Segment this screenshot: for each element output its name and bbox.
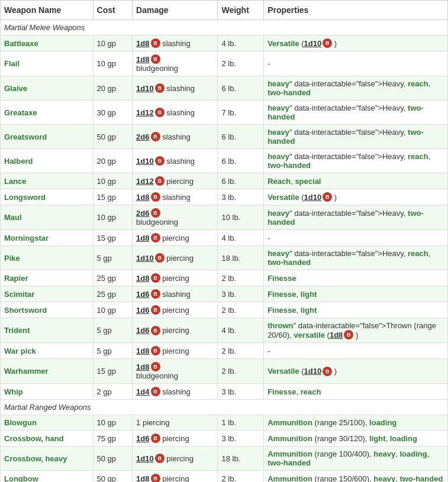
dice-link[interactable]: 1d12	[136, 177, 154, 186]
cost-cell: 2 gp	[93, 384, 133, 400]
dice-icon: B	[155, 454, 165, 463]
dice-link[interactable]: 1d8	[136, 363, 149, 371]
property-value: Finesse, reach	[267, 387, 321, 396]
properties-cell: Finesse	[264, 270, 448, 286]
dice-link[interactable]: 1d10	[136, 84, 154, 93]
dice-icon: B	[155, 253, 165, 263]
table-row: Blowgun 10 gp 1 piercing 1 lb. Ammunitio…	[1, 415, 448, 431]
damage-cell: 1d8Bbludgeoning	[133, 51, 218, 76]
dice-link[interactable]: 1d8	[136, 234, 149, 242]
cost-cell: 50 gp	[93, 447, 133, 471]
weapon-name-cell: Trident	[1, 318, 94, 343]
dice-link[interactable]: 1d8	[136, 39, 149, 48]
dice-link[interactable]: 1d8	[136, 474, 149, 483]
property-special: special	[295, 177, 321, 186]
property-<span class=: heavy	[267, 209, 289, 218]
dice-link[interactable]: 1d6	[136, 326, 149, 335]
dice-icon: B	[151, 305, 160, 315]
dice-icon: B	[151, 54, 160, 64]
table-row: Pike 5 gp 1d10B piercing 18 lb. heavy" d…	[1, 246, 448, 270]
properties-cell: heavy" data-interactable="false">Heavy, …	[264, 76, 448, 101]
weight-cell: 6 lb.	[218, 149, 264, 173]
weight-cell: 2 lb.	[218, 359, 264, 384]
property-value: heavy" data-interactable="false">Heavy	[267, 209, 404, 218]
dice-link[interactable]: 1d6	[136, 306, 149, 315]
property-light: light	[301, 290, 317, 299]
cost-cell: 20 gp	[93, 149, 133, 173]
damage-cell: 1d10B slashing	[133, 149, 218, 173]
property-heavy: heavy	[373, 474, 395, 483]
cost-cell: 10 gp	[93, 415, 133, 431]
weight-cell: 6 lb.	[218, 76, 264, 101]
col-header-cost: Cost	[93, 1, 133, 20]
dice-icon: B	[151, 192, 160, 202]
table-row: Greataxe 30 gp 1d12B slashing 7 lb. heav…	[1, 101, 448, 125]
dice-icon: B	[151, 362, 160, 371]
dice-link[interactable]: 1d6	[136, 290, 149, 299]
properties-cell: -	[264, 51, 448, 76]
damage-cell: 1d8B piercing	[133, 343, 218, 359]
dice-link[interactable]: 1d6	[136, 434, 149, 443]
weapon-name-cell: Rapier	[1, 270, 94, 286]
cost-cell: 10 gp	[93, 302, 133, 318]
weapon-name-cell: Greataxe	[1, 101, 94, 125]
damage-cell: 1d6B piercing	[133, 318, 218, 343]
dice-link[interactable]: 1d10	[136, 157, 154, 166]
weapon-name-cell: Lance	[1, 173, 94, 189]
dice-icon: B	[155, 83, 165, 93]
dice-icon: B	[151, 387, 160, 396]
property-<span class=: heavy	[267, 79, 289, 88]
cost-cell: 20 gp	[93, 76, 133, 101]
damage-cell: 1d12B piercing	[133, 173, 218, 189]
dice-link[interactable]: 1d4	[136, 387, 149, 396]
dice-icon: B	[151, 208, 160, 218]
table-row: Trident 5 gp 1d6B piercing 4 lb. thrown"…	[1, 318, 448, 343]
property-value: Reach, special	[267, 177, 321, 186]
property-<span class=: thrown	[267, 321, 293, 330]
damage-cell: 1d8B slashing	[133, 35, 218, 51]
cost-cell: 25 gp	[93, 286, 133, 302]
dice-link[interactable]: 1d10	[304, 367, 322, 376]
damage-value: 1d8B piercing	[136, 234, 189, 242]
properties-cell: Reach, special	[264, 173, 448, 189]
dice-link[interactable]: 1d12	[136, 108, 154, 117]
cost-cell: 50 gp	[93, 471, 133, 483]
damage-cell: 1d8B slashing	[133, 189, 218, 205]
property-value: heavy" data-interactable="false">Heavy	[267, 79, 404, 88]
dice-link[interactable]: 1d8	[136, 274, 149, 283]
property-value: Finesse	[267, 274, 296, 283]
dice-icon: B	[155, 108, 165, 117]
weight-cell: 6 lb.	[218, 173, 264, 189]
dice-link[interactable]: 1d8	[136, 193, 149, 202]
cost-cell: 15 gp	[93, 230, 133, 246]
table-row: Maul 10 gp 2d6Bbludgeoning 10 lb. heavy"…	[1, 205, 448, 230]
table-row: Longsword 15 gp 1d8B slashing 3 lb. Vers…	[1, 189, 448, 205]
damage-value: 1d8Bbludgeoning	[136, 55, 178, 73]
col-header-properties: Properties	[264, 1, 448, 20]
weapon-name-cell: Morningstar	[1, 230, 94, 246]
properties-cell: Ammunition (range 25/100), loading	[264, 415, 448, 431]
dice-link[interactable]: 1d10	[304, 193, 322, 202]
section-header-row: Martial Ranged Weapons	[1, 400, 448, 415]
damage-cell: 1d10B slashing	[133, 76, 218, 101]
dice-link[interactable]: 1d10	[136, 454, 154, 463]
dice-link[interactable]: 1d10	[304, 39, 322, 48]
damage-value: 1d6B piercing	[136, 434, 189, 443]
property-reach: reach	[301, 387, 321, 396]
damage-value: 1d8B piercing	[136, 274, 189, 283]
damage-value: 1d6B piercing	[136, 326, 189, 335]
dice-link[interactable]: 1d8	[330, 331, 343, 339]
dice-link[interactable]: 2d6	[136, 209, 149, 218]
dice-link[interactable]: 1d8	[136, 347, 149, 355]
weapon-name-cell: Greatsword	[1, 125, 94, 149]
property-versatile: Versatile	[267, 39, 299, 48]
dice-link[interactable]: 2d6	[136, 132, 149, 141]
properties-cell: Finesse, light	[264, 302, 448, 318]
table-row: Morningstar 15 gp 1d8B piercing 4 lb. -	[1, 230, 448, 246]
property-finesse: Finesse	[267, 290, 296, 299]
dice-icon: B	[151, 273, 160, 283]
dice-link[interactable]: 1d8	[136, 55, 149, 64]
col-header-weapon: Weapon Name	[1, 1, 94, 20]
properties-cell: heavy" data-interactable="false">Heavy, …	[264, 125, 448, 149]
dice-link[interactable]: 1d10	[136, 254, 154, 263]
